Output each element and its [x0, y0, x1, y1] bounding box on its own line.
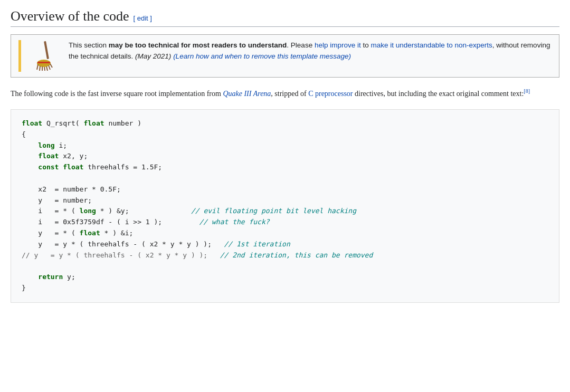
svg-rect-9	[37, 62, 50, 63]
notice-template-link[interactable]: (Learn how and when to remove this templ…	[173, 52, 351, 60]
broom-icon	[34, 40, 60, 72]
code-pre: float Q_rsqrt( float number ) { long i; …	[22, 118, 548, 294]
body-text-middle: , stripped of	[271, 90, 308, 98]
body-paragraph: The following code is the fast inverse s…	[11, 87, 559, 100]
section-heading: Overview of the code [ edit ]	[11, 8, 559, 27]
svg-line-5	[44, 67, 45, 71]
quake-link[interactable]: Quake III Arena	[223, 90, 271, 98]
svg-line-8	[50, 64, 52, 68]
cpp-link[interactable]: C preprocessor	[308, 90, 353, 98]
notice-help-link[interactable]: help improve it	[315, 41, 361, 49]
notice-border-accent	[18, 40, 21, 72]
notice-box: This section may be too technical for mo…	[11, 34, 559, 78]
svg-line-6	[46, 66, 48, 71]
section-title: Overview of the code	[11, 8, 129, 24]
code-block: float Q_rsqrt( float number ) { long i; …	[11, 109, 559, 303]
edit-link[interactable]: [ edit ]	[134, 14, 152, 22]
notice-improve-link[interactable]: make it understandable to non-experts	[370, 41, 492, 49]
svg-line-3	[40, 66, 40, 71]
notice-text: This section may be too technical for mo…	[69, 40, 552, 62]
notice-bold: may be too technical for most readers to…	[109, 41, 287, 49]
body-text-after: directives, but including the exact orig…	[353, 90, 524, 98]
svg-line-2	[37, 64, 38, 70]
svg-rect-0	[44, 41, 49, 59]
footnote-ref[interactable]: [8]	[524, 88, 530, 94]
svg-line-7	[49, 65, 50, 70]
body-text-before: The following code is the fast inverse s…	[11, 90, 223, 98]
